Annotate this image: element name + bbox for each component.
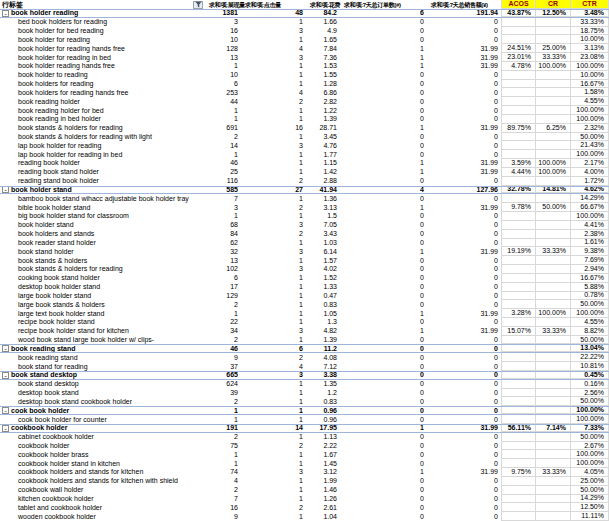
cell-impressions[interactable]: 9 — [205, 353, 241, 362]
row-label-cell[interactable]: cookbook wall holder — [0, 486, 205, 495]
row-label-cell[interactable]: book stands & holders for reading with l… — [0, 133, 205, 142]
cell-sales[interactable]: 0 — [427, 71, 501, 80]
row-label-cell[interactable]: recipe book holder stand — [0, 318, 205, 327]
cell-cr[interactable] — [536, 283, 571, 292]
cell-orders[interactable]: 0 — [340, 212, 427, 221]
cell-clicks[interactable]: 4 — [241, 88, 306, 97]
cell-sales[interactable]: 31.99 — [427, 124, 501, 133]
cell-clicks[interactable]: 3 — [241, 372, 306, 379]
cell-orders[interactable]: 0 — [340, 415, 427, 424]
cell-spend[interactable]: 1.13 — [306, 433, 340, 442]
cell-clicks[interactable]: 3 — [241, 53, 306, 62]
cell-clicks[interactable]: 4 — [241, 44, 306, 53]
cell-spend[interactable]: 1.5 — [306, 212, 340, 221]
row-label-cell[interactable]: reading stand book holder — [0, 177, 205, 186]
row-label-cell[interactable]: book holder for reading — [0, 35, 205, 44]
cell-impressions[interactable]: 3 — [205, 203, 241, 212]
cell-orders[interactable]: 1 — [340, 53, 427, 62]
cell-orders[interactable]: 0 — [340, 495, 427, 504]
cell-cr[interactable] — [536, 194, 571, 203]
cell-orders[interactable]: 1 — [340, 425, 427, 432]
cell-acos[interactable] — [501, 415, 536, 424]
row-label-cell[interactable]: cooking book stand holder — [0, 274, 205, 283]
cell-impressions[interactable]: 16 — [205, 27, 241, 36]
cell-sales[interactable]: 31.99 — [427, 44, 501, 53]
cell-acos[interactable] — [501, 512, 536, 521]
cell-cr[interactable] — [536, 292, 571, 301]
cell-spend[interactable]: 11.2 — [306, 345, 340, 352]
cell-clicks[interactable]: 4 — [241, 362, 306, 371]
cell-orders[interactable]: 0 — [340, 35, 427, 44]
cell-cr[interactable] — [536, 141, 571, 150]
funnel-icon[interactable] — [193, 1, 203, 9]
cell-spend[interactable]: 3.13 — [306, 203, 340, 212]
cell-acos[interactable] — [501, 194, 536, 203]
row-label-cell[interactable]: book holder for bed reading — [0, 27, 205, 36]
cell-orders[interactable]: 0 — [340, 397, 427, 406]
cell-ctr[interactable]: 2.38% — [571, 230, 609, 239]
cell-impressions[interactable]: 1 — [205, 309, 241, 318]
cell-ctr[interactable]: 3.13% — [571, 44, 609, 53]
row-label-cell[interactable]: book stands & holders — [0, 256, 205, 265]
cell-impressions[interactable]: 9 — [205, 512, 241, 521]
cell-ctr[interactable]: 1.72% — [571, 177, 609, 186]
cell-cr[interactable]: 7.14% — [536, 425, 571, 432]
cell-clicks[interactable]: 1 — [241, 168, 306, 177]
cell-sales[interactable]: 0 — [427, 115, 501, 124]
cell-clicks[interactable]: 1 — [241, 336, 306, 345]
cell-acos[interactable] — [501, 18, 536, 27]
cell-acos[interactable] — [501, 318, 536, 327]
header-impressions[interactable]: 求和项:展现量 — [205, 0, 241, 9]
cell-clicks[interactable]: 14 — [241, 425, 306, 432]
cell-sales[interactable]: 0 — [427, 486, 501, 495]
cell-ctr[interactable]: 18.75% — [571, 27, 609, 36]
cell-ctr[interactable]: 0.16% — [571, 380, 609, 389]
cell-impressions[interactable]: 691 — [205, 124, 241, 133]
cell-ctr[interactable]: 100.00% — [571, 212, 609, 221]
cell-cr[interactable]: 33.33% — [536, 468, 571, 477]
cell-cr[interactable] — [536, 336, 571, 345]
row-label-cell[interactable]: book reading holder — [0, 97, 205, 106]
cell-ctr[interactable]: 4.55% — [571, 318, 609, 327]
cell-spend[interactable]: 1.99 — [306, 477, 340, 486]
collapse-minus-icon[interactable]: - — [2, 345, 9, 352]
row-label-cell[interactable]: desktop book holder stand — [0, 283, 205, 292]
cell-sales[interactable]: 0 — [427, 397, 501, 406]
cell-sales[interactable]: 0 — [427, 265, 501, 274]
cell-acos[interactable] — [501, 230, 536, 239]
cell-clicks[interactable]: 2 — [241, 442, 306, 451]
cell-orders[interactable]: 0 — [340, 239, 427, 248]
cell-cr[interactable] — [536, 353, 571, 362]
cell-impressions[interactable]: 2 — [205, 336, 241, 345]
cell-impressions[interactable]: 1 — [205, 212, 241, 221]
row-label-cell[interactable]: cookbook holder — [0, 442, 205, 451]
cell-sales[interactable]: 127.96 — [427, 187, 501, 194]
cell-clicks[interactable]: 1 — [241, 283, 306, 292]
cell-impressions[interactable]: 1381 — [205, 10, 241, 17]
cell-spend[interactable]: 0.83 — [306, 397, 340, 406]
collapse-minus-icon[interactable]: - — [2, 187, 9, 194]
cell-impressions[interactable]: 2 — [205, 433, 241, 442]
cell-orders[interactable]: 0 — [340, 194, 427, 203]
cell-cr[interactable] — [536, 362, 571, 371]
cell-ctr[interactable]: 66.67% — [571, 203, 609, 212]
cell-cr[interactable] — [536, 495, 571, 504]
row-label-cell[interactable]: recipe book holder stand for kitchen — [0, 327, 205, 336]
cell-cr[interactable] — [536, 256, 571, 265]
cell-acos[interactable] — [501, 459, 536, 468]
cell-acos[interactable] — [501, 503, 536, 512]
cell-sales[interactable]: 0 — [427, 230, 501, 239]
cell-clicks[interactable]: 1 — [241, 486, 306, 495]
cell-ctr[interactable]: 50.00% — [571, 397, 609, 406]
cell-clicks[interactable]: 2 — [241, 97, 306, 106]
cell-sales[interactable]: 0 — [427, 256, 501, 265]
row-label-cell[interactable]: -book holder stand — [0, 187, 205, 194]
row-label-cell[interactable]: cookbook holders and stands for kitchen — [0, 468, 205, 477]
cell-acos[interactable] — [501, 35, 536, 44]
cell-impressions[interactable]: 2 — [205, 300, 241, 309]
cell-ctr[interactable]: 16.67% — [571, 274, 609, 283]
cell-clicks[interactable]: 1 — [241, 380, 306, 389]
cell-spend[interactable]: 1.66 — [306, 18, 340, 27]
cell-cr[interactable]: 100.00% — [536, 62, 571, 71]
cell-acos[interactable] — [501, 274, 536, 283]
